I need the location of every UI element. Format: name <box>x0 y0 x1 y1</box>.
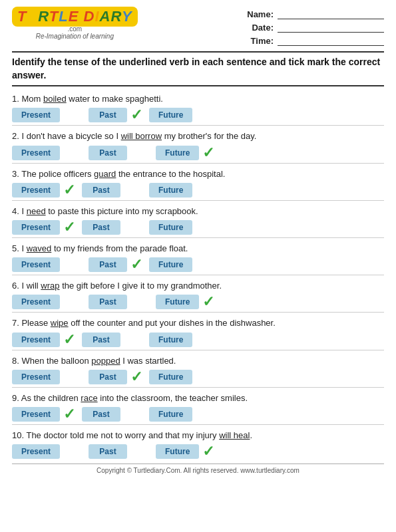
name-line <box>278 10 384 19</box>
answer-button-present-7[interactable]: Present <box>12 332 60 347</box>
questions-container: 1. Mom boiled water to make spaghetti.Pr… <box>12 93 384 459</box>
answer-row-8: PresentPast✓Future <box>12 370 384 384</box>
name-fields: Name: Date: Time: <box>244 7 384 46</box>
answer-group-10-1: Past <box>89 444 149 459</box>
answer-button-future-10[interactable]: Future <box>156 444 199 459</box>
checkmark-1-1: ✓ <box>130 108 142 122</box>
answer-button-past-5[interactable]: Past <box>89 257 127 272</box>
answer-group-8-2: Future <box>149 370 214 384</box>
answer-row-10: PresentPastFuture✓ <box>12 444 384 459</box>
question-block-10: 10. The doctor told me not to worry and … <box>12 430 384 459</box>
answer-button-present-10[interactable]: Present <box>12 444 60 459</box>
footer-text: Copyright © Turtlediary.Com. All rights … <box>97 467 299 474</box>
answer-button-present-8[interactable]: Present <box>12 370 60 384</box>
answer-group-7-1: Past <box>82 332 142 347</box>
answer-button-present-4[interactable]: Present <box>12 220 60 235</box>
answer-group-4-1: Past <box>82 220 142 235</box>
answer-button-past-7[interactable]: Past <box>82 332 120 347</box>
answer-button-past-3[interactable]: Past <box>82 183 120 198</box>
answer-button-present-9[interactable]: Present <box>12 407 60 422</box>
question-text-2: 2. I don't have a bicycle so I will borr… <box>12 130 384 142</box>
answer-button-present-6[interactable]: Present <box>12 295 60 309</box>
answer-row-inner-3: Present✓PastFuture <box>12 183 384 198</box>
answer-row-inner-1: PresentPast✓Future <box>12 108 384 122</box>
checkmark-4-0: ✓ <box>63 220 75 235</box>
date-label: Date: <box>244 23 274 33</box>
answer-row-inner-4: Present✓PastFuture <box>12 220 384 235</box>
name-label: Name: <box>244 9 274 19</box>
answer-row-inner-9: Present✓PastFuture <box>12 407 384 422</box>
answer-button-past-8[interactable]: Past <box>89 370 127 384</box>
answer-row-inner-8: PresentPast✓Future <box>12 370 384 384</box>
answer-row-inner-10: PresentPastFuture✓ <box>12 444 384 459</box>
answer-group-4-0: Present✓ <box>12 220 75 235</box>
question-text-10: 10. The doctor told me not to worry and … <box>12 430 384 442</box>
question-block-8: 8. When the balloon popped I was startle… <box>12 355 384 388</box>
answer-button-past-4[interactable]: Past <box>82 220 120 235</box>
answer-row-3: Present✓PastFuture <box>12 183 384 198</box>
answer-row-9: Present✓PastFuture <box>12 407 384 422</box>
date-row: Date: <box>244 23 384 33</box>
answer-group-9-0: Present✓ <box>12 407 75 422</box>
question-block-4: 4. I need to paste this picture into my … <box>12 205 384 238</box>
checkmark-2-2: ✓ <box>202 146 214 160</box>
logo-dotcom: .com <box>67 25 82 33</box>
question-block-1: 1. Mom boiled water to make spaghetti.Pr… <box>12 93 384 126</box>
time-label: Time: <box>244 36 274 46</box>
answer-group-3-0: Present✓ <box>12 183 75 198</box>
answer-group-6-1: Past <box>89 295 149 309</box>
answer-group-4-2: Future <box>149 220 214 235</box>
answer-button-future-2[interactable]: Future <box>156 146 199 160</box>
answer-button-future-9[interactable]: Future <box>149 407 192 422</box>
answer-group-7-0: Present✓ <box>12 332 75 347</box>
question-text-5: 5. I waved to my friends from the parade… <box>12 243 384 255</box>
question-block-6: 6. I will wrap the gift before I give it… <box>12 280 384 313</box>
answer-group-8-1: Past✓ <box>89 370 142 384</box>
answer-button-past-2[interactable]: Past <box>89 146 127 160</box>
answer-button-past-10[interactable]: Past <box>89 444 127 459</box>
question-text-3: 3. The police officers guard the entranc… <box>12 168 384 180</box>
logo-text: TURTLE DIARY <box>17 9 132 24</box>
answer-button-future-1[interactable]: Future <box>149 108 192 122</box>
checkmark-9-0: ✓ <box>63 407 75 422</box>
answer-button-past-6[interactable]: Past <box>89 295 127 309</box>
page: TURTLE DIARY .com Re-Imagination of lear… <box>0 0 396 479</box>
answer-row-inner-6: PresentPastFuture✓ <box>12 295 384 309</box>
answer-button-present-1[interactable]: Present <box>12 108 60 122</box>
answer-group-10-2: Future✓ <box>156 444 214 459</box>
question-block-3: 3. The police officers guard the entranc… <box>12 168 384 201</box>
answer-group-9-1: Past <box>82 407 142 422</box>
question-block-5: 5. I waved to my friends from the parade… <box>12 243 384 275</box>
answer-button-future-5[interactable]: Future <box>149 257 192 272</box>
header: TURTLE DIARY .com Re-Imagination of lear… <box>12 7 384 46</box>
answer-group-2-1: Past <box>89 146 149 160</box>
answer-group-6-2: Future✓ <box>156 295 214 309</box>
checkmark-6-2: ✓ <box>202 295 214 309</box>
answer-button-future-3[interactable]: Future <box>149 183 192 198</box>
answer-group-8-0: Present <box>12 370 82 384</box>
question-text-1: 1. Mom boiled water to make spaghetti. <box>12 93 384 105</box>
answer-button-past-1[interactable]: Past <box>89 108 127 122</box>
logo-subtitle: Re-Imagination of learning <box>36 33 114 40</box>
answer-group-5-2: Future <box>149 257 214 272</box>
answer-button-present-3[interactable]: Present <box>12 183 60 198</box>
answer-button-past-9[interactable]: Past <box>82 407 120 422</box>
answer-button-future-6[interactable]: Future <box>156 295 199 309</box>
checkmark-7-0: ✓ <box>63 332 75 347</box>
answer-button-future-7[interactable]: Future <box>149 332 192 347</box>
answer-button-present-2[interactable]: Present <box>12 146 60 160</box>
answer-row-inner-2: PresentPastFuture✓ <box>12 146 384 160</box>
logo-box: TURTLE DIARY <box>12 7 138 27</box>
answer-button-present-5[interactable]: Present <box>12 257 60 272</box>
answer-group-2-0: Present <box>12 146 82 160</box>
question-text-6: 6. I will wrap the gift before I give it… <box>12 280 384 292</box>
name-row: Name: <box>244 9 384 19</box>
answer-row-2: PresentPastFuture✓ <box>12 146 384 160</box>
answer-button-future-4[interactable]: Future <box>149 220 192 235</box>
answer-button-future-8[interactable]: Future <box>149 370 192 384</box>
answer-group-10-0: Present <box>12 444 82 459</box>
answer-row-6: PresentPastFuture✓ <box>12 295 384 309</box>
question-block-7: 7. Please wipe off the counter and put y… <box>12 317 384 350</box>
date-line <box>278 23 384 33</box>
logo-area: TURTLE DIARY .com Re-Imagination of lear… <box>12 7 138 40</box>
